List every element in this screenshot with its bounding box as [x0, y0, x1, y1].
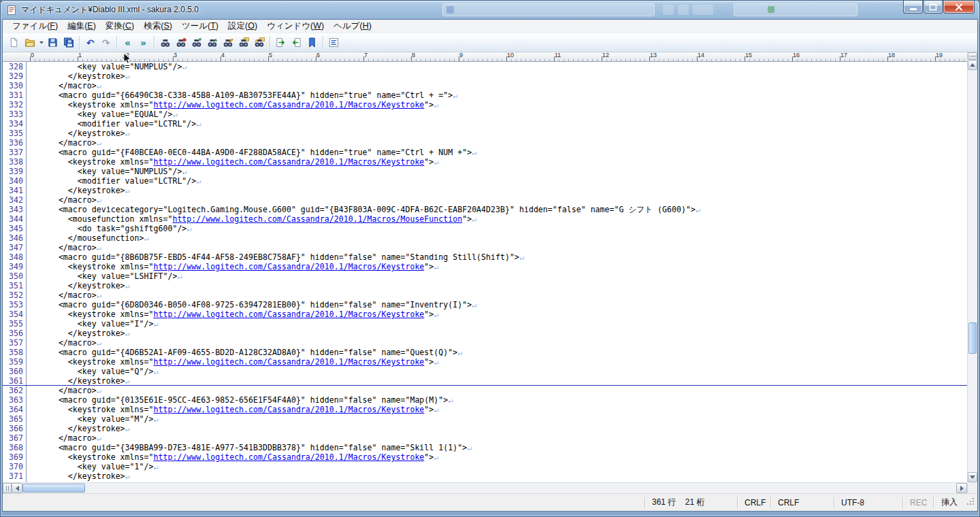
undo-icon[interactable]: ↶	[82, 35, 98, 50]
replace-icon[interactable]	[220, 35, 235, 50]
line-number[interactable]: 360	[3, 367, 27, 376]
horizontal-scroll-thumb[interactable]	[22, 484, 85, 493]
editor-line[interactable]: 368 <macro guid="{349BBA99-D7E3-481E-A97…	[3, 443, 967, 452]
jump-back-icon[interactable]: «	[120, 35, 135, 50]
horizontal-scroll-track[interactable]	[22, 483, 956, 493]
line-number[interactable]: 340	[3, 176, 27, 186]
editor-line[interactable]: 370 <key value="1"/>↵	[3, 462, 967, 471]
editor-line[interactable]: 329 </keystroke>↵	[3, 71, 967, 81]
line-number[interactable]: 351	[3, 281, 27, 290]
editor-line[interactable]: 359 <keystroke xmlns="http://www.logitec…	[3, 357, 967, 367]
editor-line[interactable]: 347 </macro>↵	[3, 243, 967, 252]
line-number[interactable]: 345	[3, 224, 27, 233]
maximize-button[interactable]	[924, 1, 943, 14]
vertical-splitter-grip[interactable]	[968, 52, 977, 60]
line-number[interactable]: 334	[3, 119, 27, 129]
line-number[interactable]: 347	[3, 243, 27, 252]
line-number[interactable]: 369	[3, 452, 27, 462]
save-icon[interactable]	[45, 35, 61, 50]
editor-line[interactable]: 337 <macro guid="{F40BCEA0-0EC0-44BA-A9D…	[3, 148, 967, 157]
scroll-left-button[interactable]	[12, 483, 22, 493]
tag-back-icon[interactable]	[289, 35, 304, 50]
find-prev-icon[interactable]	[204, 35, 220, 50]
url-text[interactable]: http://www.logitech.com/Cassandra/2010.1…	[153, 310, 424, 319]
editor-line[interactable]: 356 </keystroke>↵	[3, 329, 967, 338]
url-text[interactable]: http://www.logitech.com/Cassandra/2010.1…	[153, 405, 424, 414]
line-number[interactable]: 366	[3, 424, 27, 433]
line-number[interactable]: 364	[3, 405, 27, 414]
line-number[interactable]: 362	[3, 386, 27, 395]
editor-line[interactable]: 362 </macro>↵	[3, 386, 967, 395]
horizontal-scrollbar[interactable]	[3, 482, 967, 493]
editor-line[interactable]: 353 <macro guid="{6D8D0346-B050-4F08-972…	[3, 300, 967, 310]
line-number[interactable]: 372	[3, 481, 27, 482]
line-number[interactable]: 335	[3, 129, 27, 138]
find-mark-icon[interactable]	[173, 35, 189, 50]
line-number[interactable]: 348	[3, 252, 27, 262]
editor-line[interactable]: 349 <keystroke xmlns="http://www.logitec…	[3, 262, 967, 271]
title-bar[interactable]: マイドキュメント¥Diablo III.xml - sakura 2.0.5.0	[0, 0, 980, 20]
editor-line[interactable]: 361 </keystroke>↵	[3, 376, 967, 386]
editor-line[interactable]: 351 </keystroke>↵	[3, 281, 967, 290]
editor-line[interactable]: 343 <macro devicecategory="Logitech.Gami…	[3, 205, 967, 214]
line-number[interactable]: 328	[3, 62, 27, 71]
line-number[interactable]: 332	[3, 100, 27, 110]
line-number[interactable]: 331	[3, 90, 27, 100]
editor-line[interactable]: 334 <modifier value="LCTRL"/>↵	[3, 119, 967, 129]
resize-grip[interactable]	[965, 494, 977, 511]
tag-jump-icon[interactable]	[273, 35, 289, 50]
scroll-right-button[interactable]	[956, 483, 967, 493]
url-text[interactable]: http://www.logitech.com/Cassandra/2010.1…	[153, 262, 424, 271]
editor-line[interactable]: 365 <key value="M"/>↵	[3, 414, 967, 424]
line-number[interactable]: 333	[3, 110, 27, 119]
save-all-icon[interactable]	[61, 35, 76, 50]
grep-icon[interactable]	[235, 35, 251, 50]
editor-line[interactable]: 360 <key value="Q"/>↵	[3, 367, 967, 376]
scroll-down-button[interactable]	[968, 472, 977, 482]
line-number[interactable]: 353	[3, 300, 27, 310]
line-number[interactable]: 356	[3, 329, 27, 338]
line-number[interactable]: 368	[3, 443, 27, 452]
line-number[interactable]: 365	[3, 414, 27, 424]
menu-h[interactable]: ヘルプ(H)	[329, 20, 376, 33]
editor-line[interactable]: 342 </macro>↵	[3, 195, 967, 205]
editor-line[interactable]: 332 <keystroke xmlns="http://www.logitec…	[3, 100, 967, 110]
minimize-button[interactable]	[903, 1, 923, 14]
url-text[interactable]: http://www.logitech.com/Cassandra/2010.1…	[153, 357, 424, 367]
url-text[interactable]: http://www.logitech.com/Cassandra/2010.1…	[153, 100, 424, 110]
menu-f[interactable]: ファイル(F)	[7, 20, 63, 33]
line-number[interactable]: 339	[3, 167, 27, 176]
horizontal-splitter-grip[interactable]	[3, 483, 12, 493]
editor-line[interactable]: 372 </macro>↵	[3, 481, 967, 482]
menu-c[interactable]: 変換(C)	[101, 20, 139, 33]
close-button[interactable]	[943, 1, 975, 14]
line-number[interactable]: 355	[3, 319, 27, 329]
editor-line[interactable]: 338 <keystroke xmlns="http://www.logitec…	[3, 157, 967, 167]
editor-line[interactable]: 366 </keystroke>↵	[3, 424, 967, 433]
menu-s[interactable]: 検索(S)	[139, 20, 177, 33]
app-icon[interactable]	[6, 5, 17, 16]
scroll-up-button[interactable]	[968, 60, 977, 70]
editor-line[interactable]: 335 </keystroke>↵	[3, 129, 967, 138]
editor-line[interactable]: 367 </macro>↵	[3, 433, 967, 443]
editor-line[interactable]: 344 <mousefunction xmlns="http://www.log…	[3, 214, 967, 224]
line-number[interactable]: 343	[3, 205, 27, 214]
find-icon[interactable]	[157, 35, 173, 50]
line-number[interactable]: 371	[3, 471, 27, 481]
editor-line[interactable]: 330 </macro>↵	[3, 81, 967, 90]
editor-line[interactable]: 345 <do task="gshiftg600"/>↵	[3, 224, 967, 233]
line-number[interactable]: 338	[3, 157, 27, 167]
line-number[interactable]: 352	[3, 290, 27, 300]
editor-line[interactable]: 333 <key value="EQUAL"/>↵	[3, 110, 967, 119]
line-number[interactable]: 370	[3, 462, 27, 471]
editor-line[interactable]: 339 <key value="NUMPLUS"/>↵	[3, 167, 967, 176]
editor-line[interactable]: 354 <keystroke xmlns="http://www.logitec…	[3, 310, 967, 319]
url-text[interactable]: http://www.logitech.com/Cassandra/2010.1…	[153, 452, 424, 462]
line-number[interactable]: 357	[3, 338, 27, 348]
menu-o[interactable]: 設定(O)	[223, 20, 262, 33]
line-number[interactable]: 344	[3, 214, 27, 224]
line-number[interactable]: 359	[3, 357, 27, 367]
editor-line[interactable]: 358 <macro guid="{4D6B52A1-AF09-4655-BD2…	[3, 348, 967, 357]
line-number[interactable]: 329	[3, 71, 27, 81]
grep-replace-icon[interactable]	[251, 35, 267, 50]
